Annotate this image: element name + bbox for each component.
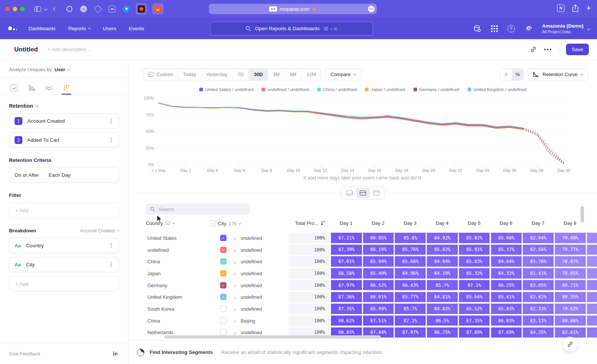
retention-cell[interactable]: 85.82% (459, 233, 490, 243)
retention-cell[interactable]: 80.35% (555, 292, 586, 302)
retention-cell[interactable]: 85.37% (491, 245, 522, 255)
retention-cell[interactable]: 85.99% (363, 304, 394, 314)
retention-cell[interactable]: 83.05% (523, 280, 554, 291)
retention-cell[interactable]: 85.7% (395, 304, 426, 314)
give-feedback-link[interactable]: Give Feedback (9, 351, 40, 357)
extension-cloud-icon[interactable]: ☁ (152, 3, 163, 15)
row-checkbox[interactable]: ✓ (220, 270, 226, 276)
retention-cell[interactable]: 87.36% (331, 292, 362, 302)
tab-funnels[interactable] (26, 82, 36, 94)
new-tab-icon[interactable]: + (586, 4, 591, 12)
row-checkbox[interactable] (220, 329, 226, 336)
notion-icon[interactable]: N (557, 4, 565, 12)
range-30d[interactable]: 30D (249, 69, 268, 80)
legend-item[interactable]: United States / undefined (199, 87, 253, 92)
back-icon[interactable] (53, 7, 56, 10)
retention-cell[interactable]: 85.76% (395, 245, 426, 255)
kebab-menu-icon[interactable]: ••• (109, 118, 113, 124)
row-city-label[interactable]: undefined (241, 294, 262, 300)
retention-cell[interactable]: 86.52% (363, 280, 394, 291)
chevron-down-icon[interactable] (44, 7, 47, 10)
row-checkbox[interactable]: ✓ (220, 258, 226, 265)
extension-m-icon[interactable]: m (79, 4, 88, 13)
unit-percent-button[interactable]: % (512, 69, 523, 80)
legend-item[interactable]: United Kingdom / undefined (468, 87, 526, 92)
retention-cell[interactable]: 87.35% (331, 304, 362, 314)
row-country-label[interactable]: China (147, 318, 160, 323)
city-column-header[interactable]: − City 176 (209, 220, 241, 227)
address-bar[interactable]: mixpanel.com 🔒 ••• (209, 4, 377, 14)
breakdown-country[interactable]: Aa Country ••• (9, 238, 119, 253)
retention-cell[interactable]: 87.69% (491, 327, 522, 338)
row-country-label[interactable]: Germany (147, 282, 167, 288)
row-country-label[interactable]: undefined (147, 247, 169, 252)
retention-cell[interactable]: 81.41% (523, 268, 554, 279)
retention-cell[interactable]: 86.19% (363, 245, 394, 255)
retention-cell[interactable]: 87.2% (395, 316, 426, 326)
data-management-icon[interactable] (473, 25, 481, 33)
expand-row-icon[interactable] (234, 258, 235, 265)
compare-button[interactable]: Compare (325, 68, 361, 81)
row-country-label[interactable]: China (147, 259, 160, 264)
retention-cell[interactable]: 87.39% (331, 245, 362, 255)
retention-cell[interactable]: 84.92% (427, 233, 458, 243)
row-checkbox[interactable]: ✓ (220, 247, 226, 253)
retention-cell[interactable]: 82.04% (523, 233, 554, 243)
retention-cell[interactable]: 85.08% (491, 233, 522, 243)
retention-cell[interactable]: 84.83% (427, 304, 458, 314)
day-column-header[interactable]: Day 1 (331, 220, 362, 226)
expand-row-icon[interactable] (234, 270, 235, 277)
view-split-button[interactable] (356, 188, 370, 198)
retention-cell[interactable]: 78.87% (555, 256, 586, 267)
retention-cell[interactable]: 87.07% (395, 327, 426, 338)
nav-item-dashboards[interactable]: Dashboards (28, 26, 56, 31)
retention-cell[interactable]: 79.49% (555, 233, 586, 243)
horizontal-scrollbar[interactable] (164, 335, 381, 339)
day-column-header[interactable]: Day 2 (363, 220, 394, 226)
retention-cell[interactable]: 82.61% (555, 327, 586, 338)
url-more-icon[interactable]: ••• (368, 6, 375, 12)
add-description[interactable]: + Add description... (47, 47, 90, 52)
select-all-checkbox[interactable]: − (209, 220, 216, 227)
retention-step-2[interactable]: 2 Added To Cart ••• (9, 132, 119, 148)
share-icon[interactable] (572, 4, 579, 12)
range-yesterday[interactable]: Yesterday (201, 69, 233, 80)
row-checkbox[interactable] (220, 317, 226, 324)
row-country-label[interactable]: Netherlands (147, 330, 174, 335)
retention-section-title[interactable]: Retention (9, 103, 33, 109)
retention-cell[interactable]: 85.49% (363, 268, 394, 279)
row-checkbox[interactable]: ✓ (220, 235, 226, 241)
floating-share-button[interactable] (563, 337, 578, 352)
retention-cell[interactable]: 88.62% (331, 316, 362, 326)
retention-cell[interactable]: 85.64% (459, 292, 490, 302)
retention-cell[interactable]: 84.64% (491, 256, 522, 267)
breakdown-city[interactable]: Aa City ••• (9, 257, 119, 272)
retention-cell[interactable]: 87.21% (331, 233, 362, 243)
copy-link-icon[interactable] (530, 46, 537, 53)
retention-cell[interactable]: 85.41% (491, 292, 522, 302)
row-country-label[interactable]: South Korea (147, 306, 174, 312)
retention-cell[interactable]: 86.03% (491, 316, 522, 326)
retention-cell[interactable]: 79.77% (555, 245, 586, 255)
retention-cell[interactable]: 84.35% (523, 327, 554, 338)
row-city-label[interactable]: undefined (241, 235, 262, 241)
retention-chart[interactable]: 0%25%50%75%100%< 1 DayDay 2Day 4Day 6Day… (143, 94, 583, 174)
retention-cell[interactable]: 84.84% (427, 256, 458, 267)
extension-cube-icon[interactable] (93, 4, 102, 13)
retention-cell[interactable]: 85.94% (363, 256, 394, 267)
retention-cell[interactable]: 84.96% (395, 268, 426, 279)
breakdown-by-select[interactable]: Account Created (80, 228, 119, 233)
row-country-label[interactable]: Japan (147, 270, 160, 276)
add-filter-button[interactable]: + Add (9, 203, 119, 218)
retention-cell[interactable]: 84.32% (491, 268, 522, 279)
extension-record-icon[interactable] (136, 3, 147, 15)
legend-item[interactable]: China / undefined (317, 87, 357, 92)
retention-cell[interactable]: 86.43% (395, 280, 426, 291)
retention-cell[interactable]: 85.77% (395, 292, 426, 302)
range-7d[interactable]: 7D (233, 69, 249, 80)
day-column-header[interactable]: Day 3 (395, 220, 425, 226)
retention-cell[interactable]: 85.6% (395, 233, 426, 243)
expand-row-icon[interactable] (234, 282, 235, 289)
row-checkbox[interactable]: ✓ (220, 294, 226, 300)
retention-criteria-card[interactable]: On or After Each Day (9, 167, 119, 183)
